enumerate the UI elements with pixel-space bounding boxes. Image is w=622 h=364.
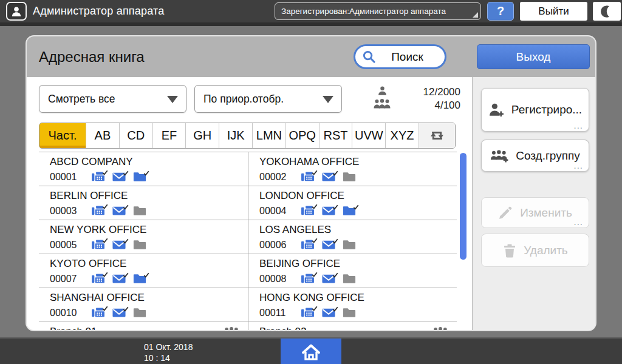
- email-icon: [112, 240, 126, 250]
- tab-label: Част.: [49, 129, 77, 143]
- tab-gh[interactable]: GH: [185, 123, 219, 148]
- register-button[interactable]: Регистриро... ...: [481, 88, 589, 132]
- exit-button[interactable]: Выход: [477, 44, 590, 69]
- group-add-icon: [490, 149, 509, 163]
- edit-button[interactable]: Изменить ...: [481, 197, 589, 228]
- email-icon: [112, 172, 126, 182]
- check-icon: [102, 269, 108, 280]
- address-entry[interactable]: LOS ANGELES 00006: [248, 220, 457, 254]
- email-icon: [112, 308, 126, 318]
- address-entry[interactable]: HONG KONG OFFICE 00011: [248, 288, 457, 322]
- create-group-label: Созд.группу: [516, 149, 580, 163]
- trash-icon: [502, 243, 517, 258]
- energy-saver-button[interactable]: [593, 2, 621, 21]
- check-icon: [312, 269, 318, 280]
- entry-number: 00010: [50, 308, 84, 318]
- folder-icon: [133, 274, 146, 284]
- fax-icon: [301, 205, 315, 217]
- address-entry[interactable]: NEW YORK OFFICE 00005: [39, 220, 248, 254]
- logout-button[interactable]: Выйти: [520, 2, 587, 21]
- tab-xyz[interactable]: XYZ: [385, 123, 419, 148]
- group-entry[interactable]: Branch 02: [248, 322, 457, 330]
- entry-name: NEW YORK OFFICE: [50, 224, 242, 236]
- login-status-dropdown[interactable]: Зарегистрирован:Администратор аппарата: [275, 2, 481, 20]
- fax-icon: [91, 171, 105, 183]
- status-date: 01 Окт. 2018: [144, 342, 193, 352]
- delete-label: Удалить: [524, 244, 568, 257]
- check-icon: [312, 201, 318, 212]
- address-entry[interactable]: BERLIN OFFICE 00003: [39, 186, 248, 220]
- tab-rst[interactable]: RST: [319, 123, 352, 148]
- folder-icon: [133, 240, 146, 250]
- edit-label: Изменить: [520, 206, 572, 220]
- fax-icon: [301, 171, 315, 183]
- sort-order-dropdown[interactable]: По приор.отобр.: [194, 85, 342, 113]
- check-icon: [332, 236, 338, 247]
- fax-icon: [91, 307, 105, 318]
- help-button[interactable]: ?: [487, 2, 514, 21]
- folder-icon: [343, 240, 356, 250]
- tab-ijk[interactable]: IJK: [219, 123, 252, 148]
- counter-icons: [372, 86, 392, 109]
- fax-icon: [91, 273, 105, 285]
- home-icon: [301, 343, 321, 362]
- email-icon: [112, 274, 126, 284]
- tab-ab[interactable]: AB: [86, 123, 119, 148]
- entry-count: 12/2000: [395, 86, 460, 99]
- entry-name: LOS ANGELES: [259, 224, 451, 236]
- logged-in-user-title: Администратор аппарата: [33, 0, 164, 22]
- entry-number: 00004: [259, 206, 293, 217]
- delete-button[interactable]: Удалить: [481, 234, 589, 267]
- group-entry[interactable]: Branch 01: [39, 322, 248, 330]
- email-icon: [322, 240, 335, 250]
- person-add-icon: [488, 103, 505, 118]
- check-icon: [102, 201, 108, 212]
- check-icon: [143, 168, 149, 179]
- search-icon: [362, 50, 376, 64]
- check-icon: [102, 235, 108, 246]
- entry-number: 00005: [50, 240, 84, 251]
- chevron-down-icon: [323, 96, 333, 103]
- user-badge-button[interactable]: [6, 2, 27, 21]
- tab-lmn[interactable]: LMN: [252, 123, 285, 148]
- tab-uvw[interactable]: UVW: [352, 123, 385, 148]
- address-entry[interactable]: ABCD COMPANY 00001: [39, 152, 248, 186]
- email-icon: [322, 206, 335, 216]
- search-button[interactable]: Поиск: [354, 44, 446, 69]
- list-scrollbar[interactable]: [460, 152, 466, 329]
- panel-header: Адресная книга Поиск Выход: [27, 36, 595, 77]
- entry-name: LONDON OFFICE: [259, 190, 451, 202]
- entry-name: YOKOHAMA OFFICE: [259, 156, 451, 168]
- create-group-button[interactable]: Созд.группу ...: [481, 140, 589, 172]
- action-sidebar: Регистриро... ... Созд.группу ... Измени…: [473, 77, 595, 330]
- entry-number: 00007: [50, 274, 84, 285]
- tab-frequent[interactable]: Част.: [39, 123, 86, 148]
- home-button[interactable]: [281, 339, 341, 364]
- address-entry[interactable]: BEIJING OFFICE 00008: [248, 254, 457, 288]
- check-icon: [123, 202, 129, 213]
- address-entry[interactable]: SHANGHAI OFFICE 00010: [39, 288, 248, 322]
- entry-number: 00003: [50, 206, 84, 217]
- check-icon: [123, 270, 129, 281]
- tab-label: AB: [95, 129, 111, 143]
- view-filter-dropdown[interactable]: Смотреть все: [39, 85, 186, 113]
- address-entry[interactable]: LONDON OFFICE 00004: [248, 186, 457, 220]
- address-entry[interactable]: YOKOHAMA OFFICE 00002: [248, 152, 457, 186]
- sort-order-value: По приор.отобр.: [203, 93, 284, 106]
- folder-icon: [343, 172, 356, 182]
- scrollbar-thumb[interactable]: [460, 153, 466, 260]
- entry-name: KYOTO OFFICE: [50, 258, 242, 270]
- folder-icon: [133, 172, 146, 182]
- more-indicator: ...: [573, 217, 583, 227]
- tab-cd[interactable]: CD: [119, 123, 152, 148]
- view-filter-value: Смотреть все: [48, 93, 115, 106]
- tab-ef[interactable]: EF: [152, 123, 186, 148]
- switch-display-button[interactable]: [419, 123, 455, 148]
- fax-icon: [91, 205, 105, 217]
- swap-icon: [429, 127, 445, 144]
- top-bar-shadow: [0, 22, 622, 26]
- tab-opq[interactable]: OPQ: [285, 123, 319, 148]
- address-entry[interactable]: KYOTO OFFICE 00007: [39, 254, 248, 288]
- check-icon: [312, 167, 318, 178]
- entry-number: 00001: [50, 172, 84, 183]
